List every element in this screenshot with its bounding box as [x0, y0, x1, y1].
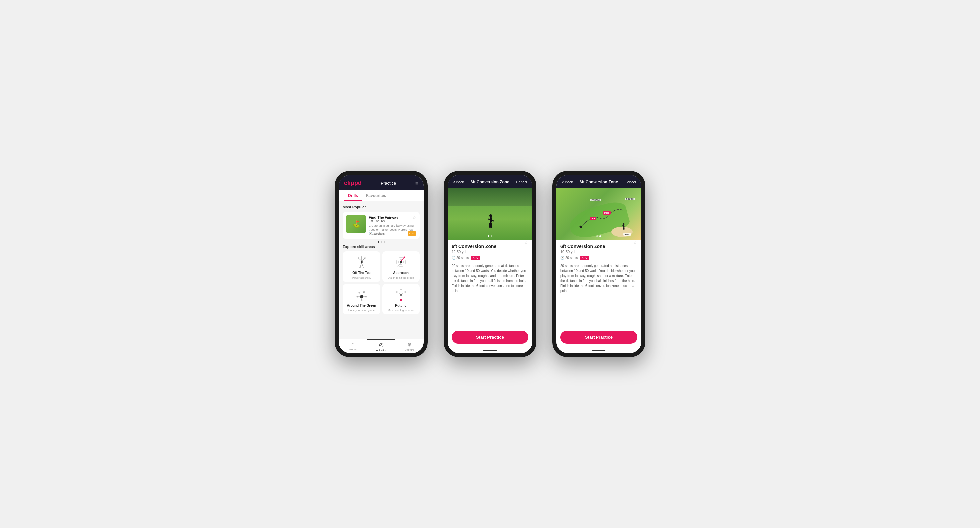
svg-point-36	[489, 214, 492, 217]
drill-meta-3: 🕐 20 shots ARG	[560, 256, 637, 260]
golf-course-photo	[447, 188, 533, 240]
svg-point-11	[400, 261, 402, 263]
dot-1[interactable]	[377, 241, 379, 243]
favourite-star-icon-3[interactable]: ☆	[633, 240, 637, 245]
explore-title: Explore skill areas	[343, 245, 420, 249]
phone-2-screen: < Back 6ft Conversion Zone Cancel	[447, 175, 533, 353]
img-dot-3-2[interactable]	[600, 235, 601, 237]
back-button-3[interactable]: < Back	[562, 180, 573, 184]
svg-rect-39	[489, 223, 491, 228]
start-practice-button[interactable]: Start Practice	[452, 331, 528, 344]
svg-line-35	[401, 292, 405, 295]
skill-card-atg[interactable]: Around The Green Hone your short game	[343, 284, 380, 314]
skill-card-ott[interactable]: Off The Tee Power accuracy	[343, 251, 380, 282]
drill-image	[447, 188, 533, 240]
hit-pin: Hit	[590, 217, 596, 220]
svg-line-24	[362, 292, 364, 295]
cta-area-3: Start Practice	[556, 327, 641, 348]
category-badge: ARG	[471, 256, 480, 260]
drill-content: 6ft Conversion Zone ☆ 10-50 yds 🕐 20 sho…	[447, 240, 533, 327]
svg-point-16	[403, 257, 405, 258]
nav-activities[interactable]: ◎ Activities	[367, 339, 395, 353]
svg-point-41	[579, 226, 582, 228]
menu-icon[interactable]: ≡	[415, 180, 418, 186]
svg-point-42	[623, 223, 624, 225]
back-button[interactable]: < Back	[453, 180, 464, 184]
home-bar	[484, 350, 496, 351]
svg-line-34	[398, 292, 401, 295]
skill-card-approach[interactable]: Approach Dial-in to hit the green	[382, 251, 420, 282]
trajectory-svg	[556, 188, 641, 240]
svg-point-17	[360, 295, 363, 298]
svg-line-44	[622, 226, 625, 227]
skill-name-atg: Around The Green	[347, 303, 376, 307]
dot-2[interactable]	[380, 241, 382, 243]
nav-capture[interactable]: ⊕ Capture	[395, 340, 424, 353]
skill-desc-approach: Dial-in to hit the green	[388, 276, 414, 279]
phone1-content: Most Popular Find The Fairway Off The Te…	[339, 201, 424, 339]
start-practice-button-3[interactable]: Start Practice	[560, 331, 637, 344]
miss-pin: Miss	[603, 211, 611, 215]
skill-name-putting: Putting	[395, 303, 406, 307]
atg-icon	[353, 287, 370, 302]
cancel-button[interactable]: Cancel	[516, 180, 527, 184]
svg-line-4	[362, 263, 363, 267]
img-dot-2[interactable]	[491, 235, 492, 237]
drill-yardage: 10-50 yds	[452, 250, 528, 254]
carousel-dots	[343, 241, 420, 243]
shots-count-3: 20 shots	[565, 256, 578, 260]
golfer-figure	[486, 214, 496, 232]
nav-capture-label: Capture	[405, 348, 414, 351]
shots-label: 🕐 20 shots	[452, 256, 469, 260]
skill-name-ott: Off The Tee	[352, 271, 370, 274]
home-icon: ⌂	[351, 341, 355, 347]
phone-1: clippd Practice ≡ Drills Favourites Most…	[335, 171, 428, 357]
drill-content-3: 6ft Conversion Zone ☆ 10-50 yds 🕐 20 sho…	[556, 240, 641, 327]
header-title: Practice	[380, 181, 396, 186]
drill-description: 20 shots are randomly generated at dista…	[452, 263, 528, 293]
favourite-star-icon[interactable]: ☆	[412, 215, 416, 220]
svg-point-8	[358, 257, 359, 259]
svg-point-10	[359, 266, 361, 268]
nav-activities-label: Activities	[376, 349, 387, 352]
shots-label-3: 🕐 20 shots	[560, 256, 578, 260]
svg-point-7	[364, 257, 366, 259]
svg-line-15	[398, 263, 401, 266]
app-logo: clippd	[344, 180, 362, 187]
drill-description-3: 20 shots are randomly generated at dista…	[560, 263, 637, 293]
capture-icon: ⊕	[407, 341, 412, 348]
drill-card-fairway[interactable]: Find The Fairway Off The Tee Create an i…	[343, 212, 420, 239]
category-badge: OTT	[408, 231, 416, 236]
favourite-star-icon[interactable]: ☆	[524, 240, 528, 245]
svg-rect-46	[624, 228, 624, 230]
svg-rect-40	[491, 223, 492, 228]
nav-home-label: Home	[349, 348, 356, 351]
image-carousel-dots-3	[556, 235, 641, 237]
phone2-header: < Back 6ft Conversion Zone Cancel	[447, 175, 533, 188]
tab-drills[interactable]: Drills	[344, 190, 362, 201]
home-indicator	[447, 348, 533, 353]
phone-1-screen: clippd Practice ≡ Drills Favourites Most…	[339, 175, 424, 353]
phone-2: < Back 6ft Conversion Zone Cancel	[444, 171, 536, 357]
shots-count: 🕐 10 shots	[369, 232, 385, 235]
svg-point-9	[363, 266, 364, 268]
map-golfer	[621, 223, 626, 230]
cancel-button-3[interactable]: Cancel	[625, 180, 636, 184]
skill-desc-ott: Power accuracy	[352, 276, 371, 279]
home-indicator-3	[556, 348, 641, 353]
img-dot-3-1[interactable]	[597, 235, 598, 237]
img-dot-1[interactable]	[488, 235, 489, 237]
skill-grid: Off The Tee Power accuracy	[343, 251, 420, 314]
drill-title: Find The Fairway	[369, 215, 416, 220]
dot-3[interactable]	[383, 241, 385, 243]
tab-favourites[interactable]: Favourites	[362, 190, 390, 201]
skill-card-putting[interactable]: Putting Make and lag practice	[382, 284, 420, 314]
golf-course-map: FAIRWAY ROUGH SAND Miss Hit	[556, 188, 641, 240]
skill-desc-atg: Hone your short game	[348, 309, 375, 312]
nav-home[interactable]: ⌂ Home	[339, 340, 367, 353]
phone-3-screen: < Back 6ft Conversion Zone Cancel FAIRWA…	[556, 175, 641, 353]
svg-point-31	[400, 299, 402, 301]
most-popular-title: Most Popular	[343, 205, 420, 209]
drill-map-image: FAIRWAY ROUGH SAND Miss Hit	[556, 188, 641, 240]
drill-title-3: 6ft Conversion Zone	[560, 244, 637, 249]
